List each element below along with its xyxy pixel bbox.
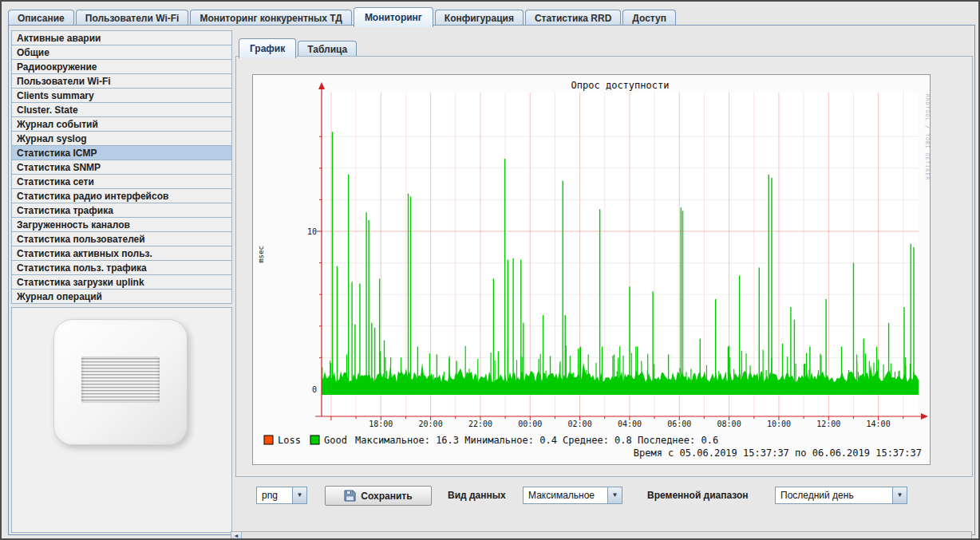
sidebar-item-channel-load[interactable]: Загруженность каналов bbox=[11, 217, 232, 232]
time-range-select[interactable]: Последний день ▼ bbox=[775, 487, 907, 504]
legend-good-label: Good bbox=[324, 435, 347, 446]
x-tick-label: 14:00 bbox=[867, 420, 891, 428]
chart-panel: 18:0020:0022:0000:0002:0004:0006:0008:00… bbox=[235, 56, 973, 477]
chart-title: Опрос доступности bbox=[571, 80, 670, 91]
chart-stats-line: Максимальное: 16.3 Минимальное: 0.4 Сред… bbox=[355, 435, 718, 446]
sidebar-item-user-statistics[interactable]: Статистика пользователей bbox=[11, 231, 232, 246]
tab-description[interactable]: Описание bbox=[8, 10, 74, 26]
chevron-down-icon: ▼ bbox=[897, 492, 903, 499]
x-tick-label: 06:00 bbox=[667, 420, 691, 428]
legend-loss-swatch bbox=[264, 436, 273, 444]
availability-chart: 18:0020:0022:0000:0002:0004:0006:0008:00… bbox=[253, 75, 930, 464]
data-view-label: Вид данных bbox=[448, 487, 506, 504]
time-range-arrow-button[interactable]: ▼ bbox=[892, 487, 907, 503]
sidebar-item-network-statistics[interactable]: Статистика сети bbox=[11, 174, 232, 189]
top-tab-bar: ОписаниеПользователи Wi-FiМониторинг кон… bbox=[8, 7, 678, 26]
x-tick-label: 00:00 bbox=[518, 420, 542, 428]
app-window: ОписаниеПользователи Wi-FiМониторинг кон… bbox=[0, 0, 980, 540]
x-tick-label: 02:00 bbox=[568, 420, 592, 428]
chart-image: 18:0020:0022:0000:0002:0004:0006:0008:00… bbox=[252, 74, 931, 465]
sidebar-item-radio-environment[interactable]: Радиоокружение bbox=[11, 59, 232, 74]
sidebar-item-active-alarms[interactable]: Активные аварии bbox=[11, 30, 232, 45]
chart-time-range-line: Время с 05.06.2019 15:37:37 по 06.06.201… bbox=[634, 447, 922, 459]
save-button-label: Сохранить bbox=[361, 491, 412, 502]
image-format-arrow-button[interactable]: ▼ bbox=[292, 487, 306, 503]
tab-competitor-ap-monitoring[interactable]: Мониторинг конкурентных ТД bbox=[190, 10, 351, 26]
sidebar-item-event-log[interactable]: Журнал событий bbox=[11, 116, 232, 132]
chart-legend: Loss Good Максимальное: 16.3 Минимальное… bbox=[264, 435, 718, 446]
tab-table[interactable]: Таблица bbox=[298, 41, 357, 57]
data-view-value: Максимальное bbox=[524, 487, 607, 503]
sidebar-menu: Активные аварииОбщиеРадиоокружениеПользо… bbox=[11, 30, 232, 304]
x-tick-label: 10:00 bbox=[767, 420, 791, 428]
chart-y-axis-label: msec bbox=[257, 246, 265, 263]
legend-good-swatch bbox=[310, 436, 319, 444]
sidebar-item-user-traffic-statistics[interactable]: Статистика польз. трафика bbox=[11, 260, 232, 275]
sidebar-item-wifi-users[interactable]: Пользователи Wi-Fi bbox=[11, 73, 232, 89]
content-frame: Активные аварииОбщиеРадиоокружениеПользо… bbox=[8, 25, 975, 535]
save-button[interactable]: Сохранить bbox=[325, 486, 432, 506]
tab-configuration[interactable]: Конфигурация bbox=[435, 10, 524, 26]
y-tick-10: 10 bbox=[307, 227, 317, 236]
time-range-value: Последний день bbox=[776, 487, 892, 503]
time-range-label: Временной диапазон bbox=[647, 487, 749, 504]
sidebar-item-icmp-statistics[interactable]: Статистика ICMP bbox=[11, 145, 232, 160]
y-tick-0: 0 bbox=[312, 385, 317, 394]
data-view-arrow-button[interactable]: ▼ bbox=[607, 487, 622, 503]
sidebar-item-uplink-load-statistics[interactable]: Статистика загрузки uplink bbox=[11, 274, 232, 290]
x-tick-label: 22:00 bbox=[468, 420, 492, 428]
horizontal-scrollbar[interactable]: ◄ bbox=[231, 531, 972, 540]
chevron-down-icon: ▼ bbox=[297, 492, 303, 499]
sidebar-item-cluster-state[interactable]: Cluster. State bbox=[11, 102, 232, 117]
device-image-panel bbox=[11, 307, 232, 533]
tab-wifi-users[interactable]: Пользователи Wi-Fi bbox=[76, 10, 189, 26]
sidebar-item-general[interactable]: Общие bbox=[11, 45, 232, 60]
sidebar-item-operations-log[interactable]: Журнал операций bbox=[11, 289, 232, 304]
x-tick-labels: 18:0020:0022:0000:0002:0004:0006:0008:00… bbox=[369, 420, 890, 428]
x-tick-label: 20:00 bbox=[419, 420, 443, 428]
access-point-grille bbox=[81, 357, 160, 403]
image-format-value: png bbox=[257, 487, 292, 503]
sidebar-item-traffic-statistics[interactable]: Статистика трафика bbox=[11, 203, 232, 218]
sidebar-item-radio-interface-statistics[interactable]: Статистика радио интерфейсов bbox=[11, 188, 232, 203]
save-icon bbox=[344, 490, 356, 502]
legend-loss-label: Loss bbox=[278, 435, 301, 446]
chevron-down-icon: ▼ bbox=[612, 492, 618, 499]
sidebar-item-clients-summary[interactable]: Clients summary bbox=[11, 88, 232, 103]
image-format-select[interactable]: png ▼ bbox=[256, 487, 307, 504]
scroll-left-arrow-icon[interactable]: ◄ bbox=[231, 532, 242, 539]
data-view-select[interactable]: Максимальное ▼ bbox=[523, 487, 622, 504]
x-tick-label: 18:00 bbox=[369, 420, 393, 428]
x-tick-label: 04:00 bbox=[618, 420, 642, 428]
x-tick-label: 12:00 bbox=[816, 420, 840, 428]
rrdtool-watermark: RRDTOOL / TOBI OETIKER bbox=[924, 94, 930, 180]
tab-access[interactable]: Доступ bbox=[622, 10, 676, 26]
tab-rrd-statistics[interactable]: Статистика RRD bbox=[525, 10, 621, 26]
access-point-image bbox=[53, 319, 188, 445]
sidebar-item-active-users-statistics[interactable]: Статистика активных польз. bbox=[11, 246, 232, 261]
tab-graph[interactable]: График bbox=[239, 38, 296, 58]
sidebar-item-snmp-statistics[interactable]: Статистика SNMP bbox=[11, 160, 232, 175]
view-tab-bar: ГрафикТаблица bbox=[239, 38, 358, 57]
y-tick-labels: 0 10 bbox=[307, 227, 317, 394]
x-tick-label: 08:00 bbox=[717, 420, 741, 428]
sidebar-item-syslog-log[interactable]: Журнал syslog bbox=[11, 131, 232, 146]
tab-monitoring[interactable]: Мониторинг bbox=[354, 7, 433, 27]
